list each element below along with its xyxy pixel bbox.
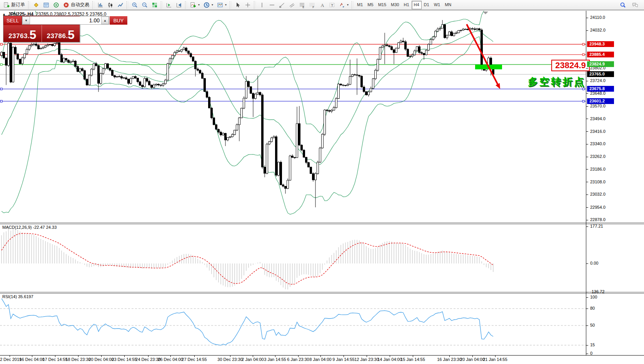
tile-windows-button[interactable] [150, 0, 160, 10]
sell-button[interactable]: SELL [4, 16, 22, 25]
candle-body [232, 134, 234, 137]
auto-scroll-button[interactable] [164, 0, 174, 10]
chart-shift-button[interactable] [174, 0, 184, 10]
level-price-badge[interactable]: 23948.3 [587, 41, 614, 47]
search-button[interactable] [618, 0, 628, 10]
bar-chart-button[interactable] [95, 0, 105, 10]
candle-body [361, 76, 363, 87]
candle-body [405, 42, 407, 49]
buy-button[interactable]: BUY [110, 16, 127, 25]
candle-body [24, 54, 26, 58]
candle-body [17, 54, 19, 59]
timeframe-m5[interactable]: M5 [365, 1, 375, 9]
candle-body [1, 52, 3, 56]
line-handle[interactable] [0, 100, 2, 102]
svg-text:F: F [313, 5, 314, 8]
indicators-button[interactable]: ▾ [188, 0, 202, 10]
fibonacci-button[interactable]: E [297, 0, 307, 10]
candle-body [137, 78, 139, 82]
horizontal-line-button[interactable] [267, 0, 277, 10]
candle-body [386, 45, 388, 46]
timeframe-mn[interactable]: MN [442, 1, 454, 9]
timeframe-h1[interactable]: H1 [401, 1, 411, 9]
level-price-badge[interactable]: 23824.9 [587, 61, 614, 67]
timeframe-d1[interactable]: D1 [422, 1, 432, 9]
level-price-badge[interactable]: 23885.4 [587, 52, 614, 57]
candle-body [444, 25, 446, 38]
level-price-badge[interactable]: 23675.8 [587, 86, 614, 92]
volume-decrease-button[interactable]: ▼ [22, 17, 30, 24]
crosshair-button[interactable] [243, 0, 253, 10]
candle-body [345, 86, 347, 86]
price-axis-tick [586, 81, 588, 81]
candle-body [155, 84, 157, 85]
timeframe-m1[interactable]: M1 [355, 1, 365, 9]
chat-button[interactable] [630, 0, 640, 10]
annotation-note-text[interactable]: 多空转折点 [528, 75, 586, 89]
time-axis-tick [298, 356, 299, 357]
level-price-badge[interactable]: 23601.2 [587, 98, 614, 104]
vertical-line-button[interactable] [257, 0, 267, 10]
periods-button[interactable]: ▾ [202, 0, 215, 10]
fibo-grid-button[interactable]: F [307, 0, 317, 10]
text-label-button[interactable]: T [327, 0, 337, 10]
text-button[interactable]: A [317, 0, 327, 10]
volume-input[interactable] [30, 17, 101, 24]
candle-body [38, 45, 40, 49]
new-order-button[interactable]: 新订单 [2, 0, 27, 10]
templates-button[interactable]: ▾ [215, 0, 229, 10]
volume-stepper: ▼ ▲ [22, 16, 109, 25]
ask-price-button[interactable]: 23786.5 [42, 25, 80, 42]
price-axis-label: 22954.0 [590, 205, 606, 210]
candle-body [419, 47, 420, 52]
current-price-badge[interactable]: 23765.0 [587, 71, 614, 77]
channel-button[interactable] [287, 0, 297, 10]
line-chart-button[interactable] [115, 0, 125, 10]
panel-separator[interactable] [0, 224, 644, 224]
candle-body [437, 29, 439, 31]
line-handle[interactable] [0, 64, 2, 65]
panel-separator[interactable] [0, 293, 644, 294]
macd-values: -22.47 24.33 [33, 225, 57, 230]
zoom-in-button[interactable] [130, 0, 140, 10]
candle-body [292, 156, 294, 158]
bid-price-button[interactable]: 23763.5 [3, 25, 42, 42]
line-handle[interactable] [0, 88, 2, 90]
timeframe-m30[interactable]: M30 [389, 1, 401, 9]
candle-body [338, 84, 340, 99]
candle-body [40, 48, 42, 49]
line-handle[interactable] [582, 54, 584, 55]
cursor-button[interactable] [233, 0, 243, 10]
panel-separator[interactable] [0, 292, 644, 292]
rsi-panel[interactable] [0, 294, 586, 355]
candlestick-chart-button[interactable] [105, 0, 115, 10]
candle-body [153, 85, 155, 88]
macd-panel[interactable] [0, 224, 586, 292]
volume-increase-button[interactable]: ▲ [101, 17, 109, 24]
navigator-button[interactable] [51, 0, 61, 10]
line-handle[interactable] [0, 43, 2, 45]
data-window-button[interactable] [41, 0, 51, 10]
time-axis-label: 12 Dec 2019 [0, 357, 22, 362]
candle-body [22, 58, 23, 64]
vertical-line-icon [259, 2, 265, 8]
candle-body [112, 70, 113, 75]
arrows-button[interactable]: ▾ [337, 0, 350, 10]
market-watch-button[interactable] [31, 0, 41, 10]
main-price-chart[interactable] [0, 11, 586, 223]
zoom-out-button[interactable] [140, 0, 150, 10]
timeframe-h4[interactable]: H4 [412, 1, 422, 9]
line-handle[interactable] [582, 100, 584, 102]
line-handle[interactable] [582, 43, 584, 45]
trendline-button[interactable] [277, 0, 287, 10]
panel-separator[interactable] [0, 223, 644, 223]
timeframe-m15[interactable]: M15 [376, 1, 389, 9]
chart-shift-marker-icon[interactable] [483, 12, 488, 14]
candle-body [88, 75, 90, 85]
price-callout-box[interactable]: 23824.9 [551, 60, 590, 71]
timeframe-w1[interactable]: W1 [432, 1, 443, 9]
candle-body [28, 45, 30, 49]
candle-body [121, 77, 123, 78]
price-axis-tick [586, 131, 588, 132]
autotrading-button[interactable]: 自动交易 [61, 0, 91, 10]
